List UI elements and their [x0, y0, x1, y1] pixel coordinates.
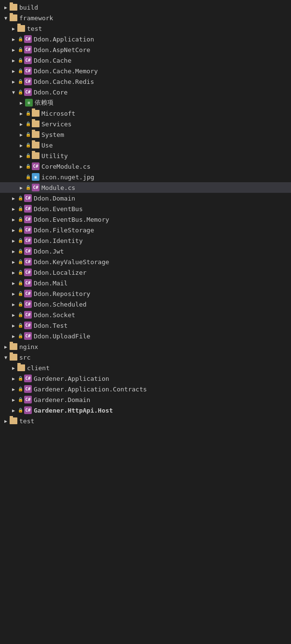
csharp-icon: C#: [24, 332, 32, 340]
tree-item-ddon-cache-redis[interactable]: 🔒C#Ddon.Cache.Redis: [0, 76, 291, 87]
tree-item-label: Ddon.KeyValueStorage: [34, 258, 109, 266]
tree-item-label: Ddon.Cache.Redis: [34, 78, 94, 85]
tree-item-ddon-localizer[interactable]: 🔒C#Ddon.Localizer: [0, 267, 291, 278]
arrow-icon: [10, 365, 17, 371]
tree-item-ddon-mail[interactable]: 🔒C#Ddon.Mail: [0, 278, 291, 288]
tree-item-label: Ddon.UploadFile: [34, 333, 90, 340]
tree-item-label: Microsoft: [41, 110, 75, 117]
tree-item-gardener-application[interactable]: 🔒C#Gardener.Application: [0, 373, 291, 384]
tree-item-gardener-application-contracts[interactable]: 🔒C#Gardener.Application.Contracts: [0, 384, 291, 394]
arrow-icon: [17, 121, 25, 127]
tree-item-label: src: [19, 354, 30, 361]
tree-item-ddon-cache-memory[interactable]: 🔒C#Ddon.Cache.Memory: [0, 66, 291, 76]
arrow-icon: [2, 355, 10, 360]
tree-item-label: 依赖项: [35, 98, 53, 107]
tree-item-ddon-scheduled[interactable]: 🔒C#Ddon.Scheduled: [0, 299, 291, 309]
tree-item-label: nginx: [19, 343, 38, 350]
tree-item-ddon-identity[interactable]: 🔒C#Ddon.Identity: [0, 235, 291, 246]
csharp-icon: C#: [24, 237, 32, 244]
folder-icon: [10, 4, 17, 11]
arrow-icon: [17, 164, 25, 169]
lock-icon: 🔒: [25, 185, 31, 190]
lock-icon: 🔒: [17, 280, 23, 286]
tree-item-build[interactable]: build: [0, 2, 291, 13]
tree-item-ddon-repository[interactable]: 🔒C#Ddon.Repository: [0, 288, 291, 299]
lock-icon: 🔒: [17, 238, 23, 243]
tree-item-ddon-application[interactable]: 🔒C#Ddon.Application: [0, 34, 291, 44]
tree-item-test-root[interactable]: test: [0, 416, 291, 426]
tree-item-client[interactable]: client: [0, 362, 291, 373]
lock-icon: 🔒: [17, 322, 23, 328]
lock-icon: 🔒: [17, 195, 23, 201]
deps-icon: ⊞: [25, 99, 33, 107]
csharp-icon: C#: [24, 35, 32, 43]
csharp-icon: C#: [24, 194, 32, 202]
tree-item-gardener-httpapihost[interactable]: 🔒C#Gardener.HttpApi.Host: [0, 405, 291, 416]
tree-item-deps[interactable]: ⊞依赖项: [0, 97, 291, 108]
tree-item-label: Ddon.Scheduled: [34, 301, 87, 308]
tree-item-ddon-jwt[interactable]: 🔒C#Ddon.Jwt: [0, 246, 291, 256]
tree-item-label: Ddon.Localizer: [34, 269, 87, 276]
tree-item-label: Ddon.EventBus: [34, 205, 83, 213]
tree-item-framework[interactable]: framework: [0, 13, 291, 23]
tree-item-microsoft[interactable]: 🔒Microsoft: [0, 108, 291, 119]
tree-item-src[interactable]: src: [0, 352, 291, 362]
tree-item-gardener-domain[interactable]: 🔒C#Gardener.Domain: [0, 394, 291, 405]
folder-icon: [32, 110, 40, 117]
tree-item-test[interactable]: test: [0, 23, 291, 34]
tree-item-ddon-aspnetcore[interactable]: 🔒C#Ddon.AspNetCore: [0, 44, 291, 55]
folder-icon: [17, 364, 25, 371]
tree-item-ddon-test[interactable]: 🔒C#Ddon.Test: [0, 320, 291, 331]
arrow-icon: [10, 334, 17, 339]
lock-icon: 🔒: [25, 142, 31, 148]
tree-item-label: Ddon.Mail: [34, 280, 67, 287]
tree-item-label: Use: [41, 142, 53, 149]
tree-item-module-cs[interactable]: 🔒C#Module.cs: [0, 182, 291, 193]
folder-icon: [32, 152, 40, 159]
arrow-icon: [10, 387, 17, 392]
tree-item-ddon-eventbus-memory[interactable]: 🔒C#Ddon.EventBus.Memory: [0, 214, 291, 225]
tree-item-system[interactable]: 🔒System: [0, 129, 291, 140]
tree-item-coremodule[interactable]: 🔒C#CoreModule.cs: [0, 161, 291, 172]
lock-icon: 🔒: [17, 227, 23, 233]
tree-item-ddon-filestorage[interactable]: 🔒C#Ddon.FileStorage: [0, 225, 291, 235]
tree-item-ddon-eventbus[interactable]: 🔒C#Ddon.EventBus: [0, 203, 291, 214]
arrow-icon: [17, 111, 25, 116]
lock-icon: 🔒: [17, 291, 23, 296]
lock-icon: 🔒: [17, 397, 23, 402]
tree-item-label: Services: [41, 121, 72, 128]
csharp-icon: C#: [24, 375, 32, 382]
file-tree: buildframeworktest🔒C#Ddon.Application🔒C#…: [0, 0, 291, 428]
arrow-icon: [10, 249, 17, 254]
tree-item-ddon-core[interactable]: 🔒C#Ddon.Core: [0, 87, 291, 97]
lock-icon: 🔒: [17, 386, 23, 392]
tree-item-use[interactable]: 🔒Use: [0, 140, 291, 150]
tree-item-utility[interactable]: 🔒Utility: [0, 150, 291, 161]
lock-icon: 🔒: [17, 269, 23, 275]
tree-item-ddon-cache[interactable]: 🔒C#Ddon.Cache: [0, 55, 291, 66]
csharp-icon: C#: [24, 67, 32, 75]
tree-item-nginx[interactable]: nginx: [0, 341, 291, 352]
csharp-icon: C#: [24, 290, 32, 297]
tree-item-ddon-socket[interactable]: 🔒C#Ddon.Socket: [0, 309, 291, 320]
lock-icon: 🔒: [25, 163, 31, 169]
tree-item-ddon-uploadfile[interactable]: 🔒C#Ddon.UploadFile: [0, 331, 291, 341]
csharp-icon: C#: [24, 279, 32, 287]
arrow-icon: [10, 68, 17, 74]
csharp-icon: C#: [32, 184, 40, 191]
lock-icon: 🔒: [17, 407, 23, 413]
tree-item-label: Ddon.Identity: [34, 237, 83, 244]
arrow-icon: [10, 228, 17, 233]
csharp-icon: C#: [24, 205, 32, 213]
lock-icon: 🔒: [25, 153, 31, 159]
csharp-icon: C#: [24, 385, 32, 393]
tree-item-ddon-keyvaluestorage[interactable]: 🔒C#Ddon.KeyValueStorage: [0, 256, 291, 267]
tree-item-icon-nuget[interactable]: 🔒▣icon.nuget.jpg: [0, 172, 291, 182]
tree-item-label: Ddon.Jwt: [34, 248, 64, 255]
tree-item-ddon-domain[interactable]: 🔒C#Ddon.Domain: [0, 193, 291, 203]
arrow-icon: [10, 196, 17, 201]
arrow-icon: [10, 79, 17, 84]
tree-item-services[interactable]: 🔒Services: [0, 119, 291, 129]
csharp-icon: C#: [24, 311, 32, 319]
folder-icon: [10, 354, 17, 361]
